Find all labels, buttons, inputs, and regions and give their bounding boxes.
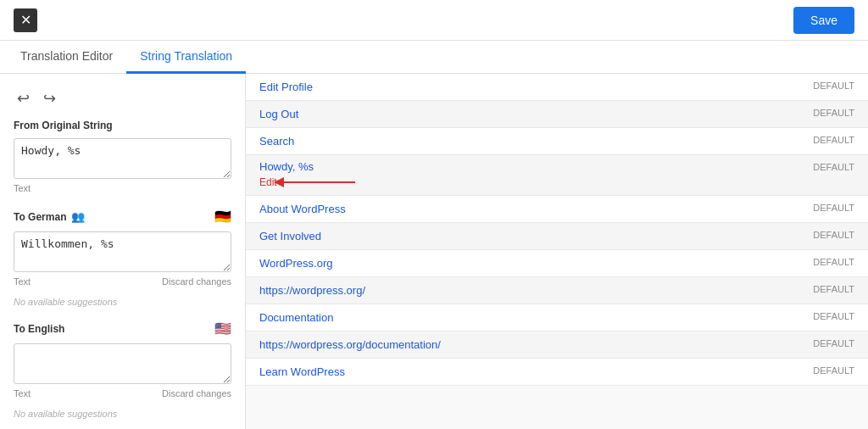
edit-link-howdy[interactable]: Edit xyxy=(259,176,277,188)
to-english-header: To English 🇺🇸 xyxy=(0,314,245,340)
prev-arrow-button[interactable]: ↩ xyxy=(14,87,33,109)
left-panel: ↩ ↪ From Original String Howdy, %s Text … xyxy=(0,74,246,429)
from-original-input[interactable]: Howdy, %s xyxy=(14,138,231,179)
badge-search: DEFAULT xyxy=(715,128,868,155)
to-german-input[interactable]: Willkommen, %s xyxy=(14,231,231,272)
table-row: https://wordpress.org/documentation/ DEF… xyxy=(246,332,868,359)
string-cell-get-involved: Get Involved xyxy=(246,223,715,250)
to-german-suggestions: No available suggestions xyxy=(0,295,245,314)
string-value-edit-profile[interactable]: Edit Profile xyxy=(259,81,313,93)
string-value-https-wp-org[interactable]: https://wordpress.org/ xyxy=(259,284,365,297)
string-value-log-out[interactable]: Log Out xyxy=(259,108,298,120)
string-value-search[interactable]: Search xyxy=(259,135,294,148)
tab-translation-editor[interactable]: Translation Editor xyxy=(7,41,126,74)
badge-howdy: DEFAULT xyxy=(715,155,868,196)
nav-arrows: ↩ ↪ xyxy=(0,81,245,113)
table-row: About WordPress DEFAULT xyxy=(246,196,868,223)
table-row: Get Involved DEFAULT xyxy=(246,223,868,250)
string-cell-wp-org: WordPress.org xyxy=(246,250,715,277)
right-panel: Edit Profile DEFAULT Log Out DEFAULT Sea… xyxy=(246,74,868,429)
save-button[interactable]: Save xyxy=(793,7,854,34)
to-english-field: Text Discard changes xyxy=(0,340,245,407)
table-row: Documentation DEFAULT xyxy=(246,304,868,332)
next-arrow-button[interactable]: ↪ xyxy=(40,87,59,109)
string-cell-https-wp-doc: https://wordpress.org/documentation/ xyxy=(246,332,715,359)
to-english-discard[interactable]: Discard changes xyxy=(162,388,231,398)
badge-edit-profile: DEFAULT xyxy=(715,74,868,101)
badge-documentation: DEFAULT xyxy=(715,304,868,332)
german-flag-icon: 🇩🇪 xyxy=(214,209,231,225)
close-button[interactable]: ✕ xyxy=(14,8,37,32)
people-icon: 👥 xyxy=(71,210,85,223)
string-cell-search: Search xyxy=(246,128,715,155)
string-value-documentation[interactable]: Documentation xyxy=(259,311,333,324)
main-content: ↩ ↪ From Original String Howdy, %s Text … xyxy=(0,74,868,429)
badge-wp-org: DEFAULT xyxy=(715,250,868,277)
table-row: Edit Profile DEFAULT xyxy=(246,74,868,101)
to-english-suggestions: No available suggestions xyxy=(0,407,245,426)
to-english-type: Text xyxy=(14,388,31,398)
app-header: ✕ Save xyxy=(0,0,868,41)
from-original-meta: Text xyxy=(14,181,231,195)
string-cell-edit-profile: Edit Profile xyxy=(246,74,715,101)
to-english-label: To English xyxy=(14,323,64,335)
string-value-https-wp-doc[interactable]: https://wordpress.org/documentation/ xyxy=(259,338,441,351)
string-value-learn-wp[interactable]: Learn WordPress xyxy=(259,365,345,378)
to-german-field: Willkommen, %s Text Discard changes xyxy=(0,228,245,295)
table-row-howdy: Howdy, %s Edit xyxy=(246,155,868,196)
string-table: Edit Profile DEFAULT Log Out DEFAULT Sea… xyxy=(246,74,868,386)
red-arrow-annotation xyxy=(281,175,357,190)
table-row: https://wordpress.org/ DEFAULT xyxy=(246,277,868,304)
to-english-input[interactable] xyxy=(14,343,231,384)
string-value-about-wp[interactable]: About WordPress xyxy=(259,203,346,215)
table-row: WordPress.org DEFAULT xyxy=(246,250,868,277)
badge-about-wp: DEFAULT xyxy=(715,196,868,223)
string-cell-documentation: Documentation xyxy=(246,304,715,332)
to-english-meta: Text Discard changes xyxy=(14,387,231,400)
string-value-wp-org[interactable]: WordPress.org xyxy=(259,257,332,270)
string-cell-learn-wp: Learn WordPress xyxy=(246,359,715,386)
badge-log-out: DEFAULT xyxy=(715,101,868,128)
string-cell-howdy: Howdy, %s Edit xyxy=(246,155,715,196)
string-value-get-involved[interactable]: Get Involved xyxy=(259,230,321,242)
table-row: Learn WordPress DEFAULT xyxy=(246,359,868,386)
table-row: Log Out DEFAULT xyxy=(246,101,868,128)
badge-https-wp-org: DEFAULT xyxy=(715,277,868,304)
to-german-header: To German 👥 🇩🇪 xyxy=(0,202,245,228)
english-flag-icon: 🇺🇸 xyxy=(214,320,231,337)
tab-string-translation[interactable]: String Translation xyxy=(126,41,246,74)
to-german-label: To German xyxy=(14,211,66,223)
string-cell-log-out: Log Out xyxy=(246,101,715,128)
to-german-meta: Text Discard changes xyxy=(14,275,231,288)
string-cell-about-wp: About WordPress xyxy=(246,196,715,223)
table-row: Search DEFAULT xyxy=(246,128,868,155)
string-value-howdy[interactable]: Howdy, %s xyxy=(259,160,701,173)
from-original-field: Howdy, %s Text xyxy=(0,135,245,202)
from-original-type: Text xyxy=(14,183,31,193)
string-cell-https-wp-org: https://wordpress.org/ xyxy=(246,277,715,304)
from-original-label: From Original String xyxy=(0,113,245,135)
to-german-type: Text xyxy=(14,276,31,287)
header-left: ✕ xyxy=(14,8,37,32)
badge-learn-wp: DEFAULT xyxy=(715,359,868,386)
badge-https-wp-doc: DEFAULT xyxy=(715,332,868,359)
tab-bar: Translation Editor String Translation xyxy=(0,41,868,74)
to-german-discard[interactable]: Discard changes xyxy=(162,276,231,287)
badge-get-involved: DEFAULT xyxy=(715,223,868,250)
